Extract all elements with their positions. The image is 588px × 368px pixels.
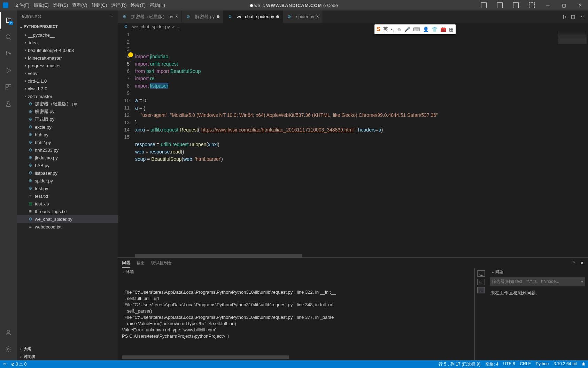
problems-section-header[interactable]: ⌄ 问题	[487, 268, 588, 275]
tree-item[interactable]: ›zi2zi-master	[17, 92, 118, 100]
status-item[interactable]: 行 5，列 17 (已选择 9)	[439, 361, 480, 367]
search-icon[interactable]	[0, 29, 17, 45]
breadcrumb[interactable]: ⚙ we_chat_spider.py > ...	[118, 23, 588, 30]
editor-tab[interactable]: ⚙解密器.py	[182, 10, 223, 23]
lightbulb-icon[interactable]	[128, 52, 133, 57]
explorer-icon[interactable]: 2	[0, 12, 17, 29]
accounts-icon[interactable]	[0, 324, 17, 341]
tree-item[interactable]: ›xlrd-1.1.0	[17, 77, 118, 85]
layout-toggle-right-icon[interactable]	[508, 0, 524, 10]
editor-tab[interactable]: ⚙加密器（轻量版）.py×	[118, 10, 182, 23]
tree-item[interactable]: ›beautifulsoup4-4.0.0b3	[17, 46, 118, 54]
tree-item[interactable]: ⚙解密器.py	[17, 108, 118, 115]
tree-item[interactable]: ⚙excle.py	[17, 123, 118, 131]
tree-item[interactable]: ⚙正式版.py	[17, 115, 118, 123]
status-errors[interactable]: ⊘ 0 ⚠ 0	[11, 362, 26, 367]
run-icon[interactable]: ▷	[563, 14, 567, 19]
menu-帮助(H)[interactable]: 帮助(H)	[148, 1, 167, 9]
status-item[interactable]: UTF-8	[503, 361, 515, 367]
problems-filter-input[interactable]: 筛选器(例如 text、**/*.ts、!**/node... ▾	[490, 277, 585, 286]
status-item[interactable]: CRLF	[520, 361, 531, 367]
tree-item[interactable]: ⚙hhh2.py	[17, 138, 118, 146]
split-editor-icon[interactable]: ◫	[571, 14, 575, 19]
tree-item[interactable]: ›venv	[17, 69, 118, 77]
terminal-content[interactable]: File "C:\Users\teres\AppData\Local\Progr…	[118, 275, 474, 360]
minimize-button[interactable]: ─	[540, 0, 556, 10]
maximize-button[interactable]: ▢	[556, 0, 572, 10]
outline-header[interactable]: › 大纲	[17, 345, 118, 353]
tree-item[interactable]: ›__pycache__	[17, 31, 118, 39]
sidebar-more-icon[interactable]: ⋯	[109, 14, 114, 19]
tree-item[interactable]: ⚙LAB.py	[17, 162, 118, 169]
ime-grid-icon[interactable]: ▦	[449, 27, 454, 32]
run-debug-icon[interactable]	[0, 62, 17, 79]
terminal-horizontal-scrollbar[interactable]	[122, 355, 289, 359]
panel-maximize-icon[interactable]: ⌃	[572, 261, 576, 266]
tree-item[interactable]: ›xlwt-1.3.0	[17, 85, 118, 92]
terminal-instance-1[interactable]: ›_	[477, 270, 485, 277]
tree-item[interactable]: ›.idea	[17, 39, 118, 46]
source-control-icon[interactable]	[0, 45, 17, 62]
menu-转到(G)[interactable]: 转到(G)	[90, 1, 109, 9]
menu-终端(T)[interactable]: 终端(T)	[129, 1, 148, 9]
terminal-section-header[interactable]: ⌄ 终端	[118, 268, 474, 275]
extensions-icon[interactable]	[0, 79, 17, 96]
ime-toolbar[interactable]: S 英 •, ☺ 🎤 ⌨ 👤 👕 🧰 ▦	[374, 24, 456, 34]
tree-item[interactable]: ›Minecraft-master	[17, 54, 118, 62]
tree-item[interactable]: ⚙listpaser.py	[17, 169, 118, 177]
tree-item[interactable]: ⚙we_chat_spider.py	[17, 215, 118, 223]
close-button[interactable]: ✕	[572, 0, 588, 10]
layout-toggle-left-icon[interactable]	[476, 0, 492, 10]
tree-item[interactable]: ▦test.xls	[17, 200, 118, 208]
tree-item[interactable]: ›progress-master	[17, 62, 118, 69]
ime-punct-icon[interactable]: •,	[391, 27, 394, 32]
tree-item[interactable]: ≡test.txt	[17, 192, 118, 200]
tree-item[interactable]: ≡webdecod.txt	[17, 223, 118, 231]
layout-customize-icon[interactable]	[524, 0, 540, 10]
panel-tab-debug[interactable]: 调试控制台	[151, 259, 172, 268]
settings-gear-icon[interactable]	[0, 341, 17, 358]
tree-item[interactable]: ⚙spider.py	[17, 177, 118, 185]
ime-lang[interactable]: 英	[383, 26, 388, 32]
menu-编辑(E)[interactable]: 编辑(E)	[32, 1, 51, 9]
ime-toolbox-icon[interactable]: 🧰	[440, 27, 446, 32]
filter-icon[interactable]: ▾	[581, 279, 583, 284]
editor-body[interactable]: 123456789101112131415 import jindutiaoim…	[118, 30, 588, 257]
editor-horizontal-scrollbar[interactable]	[135, 254, 588, 257]
menu-选择(S)[interactable]: 选择(S)	[51, 1, 70, 9]
minimap[interactable]	[557, 30, 588, 257]
terminal-instance-2[interactable]: ›_	[477, 279, 485, 285]
ime-voice-icon[interactable]: 🎤	[404, 27, 410, 32]
testing-icon[interactable]	[0, 96, 17, 112]
timeline-header[interactable]: › 时间线	[17, 353, 118, 360]
panel-close-icon[interactable]: ✕	[580, 261, 584, 266]
status-item[interactable]: ◉	[582, 361, 585, 367]
editor-tab[interactable]: ⚙we_chat_spider.py	[223, 10, 283, 23]
ime-skin-icon[interactable]: 👕	[432, 27, 438, 32]
terminal-instance-3[interactable]: ›_	[477, 287, 485, 293]
tree-item[interactable]: ⚙test.py	[17, 185, 118, 192]
status-item[interactable]: 空格: 4	[485, 361, 498, 367]
close-tab-icon[interactable]: ×	[175, 14, 178, 19]
remote-indicator[interactable]: ⟲	[3, 362, 6, 367]
menu-运行(R)[interactable]: 运行(R)	[109, 1, 129, 9]
project-header[interactable]: ⌄ PYTHONPROJECT	[17, 23, 118, 30]
code-content[interactable]: import jindutiaoimport urllib.requestfro…	[135, 30, 588, 257]
ime-keyboard-icon[interactable]: ⌨	[413, 27, 420, 32]
panel-tab-problems[interactable]: 问题	[122, 258, 130, 268]
more-actions-icon[interactable]: ⋯	[579, 14, 584, 19]
menu-查看(V)[interactable]: 查看(V)	[70, 1, 89, 9]
tree-item[interactable]: ⚙加密器（轻量版）.py	[17, 100, 118, 108]
tree-item[interactable]: ≡threads_logs.txt	[17, 208, 118, 215]
close-tab-icon[interactable]: ×	[316, 14, 319, 19]
layout-toggle-bottom-icon[interactable]	[492, 0, 508, 10]
menu-文件(F)[interactable]: 文件(F)	[13, 1, 32, 9]
ime-person-icon[interactable]: 👤	[423, 27, 429, 32]
ime-emoji-icon[interactable]: ☺	[397, 27, 402, 32]
tree-item[interactable]: ⚙hhh2333.py	[17, 146, 118, 154]
status-item[interactable]: Python	[536, 361, 549, 367]
editor-tab[interactable]: ⚙spider.py×	[283, 10, 323, 23]
tree-item[interactable]: ⚙hhh.py	[17, 131, 118, 138]
panel-tab-output[interactable]: 输出	[137, 259, 145, 268]
status-item[interactable]: 3.10.2 64-bit	[554, 361, 577, 367]
